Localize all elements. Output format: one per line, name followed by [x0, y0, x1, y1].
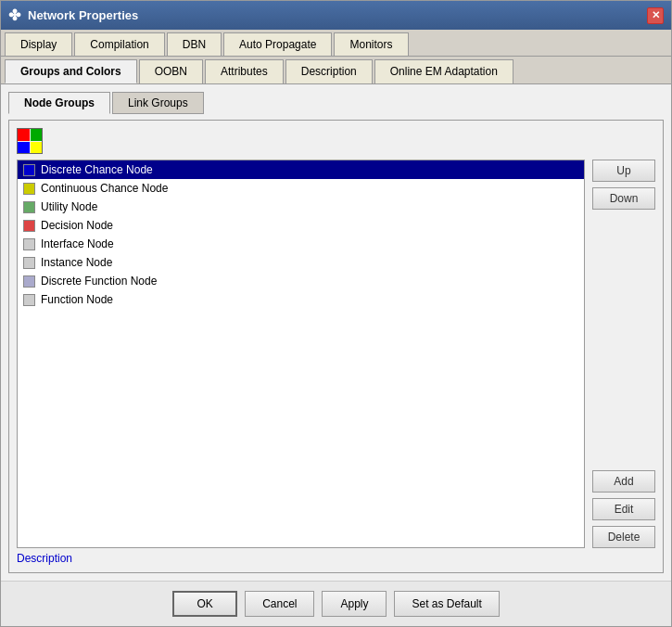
- color-box-utility: [23, 201, 35, 213]
- tab-auto-propagate[interactable]: Auto Propagate: [223, 32, 332, 56]
- network-properties-dialog: ✤ Network Properties ✕ Display Compilati…: [0, 0, 672, 627]
- app-icon: ✤: [8, 6, 20, 24]
- node-label-function: Function Node: [41, 293, 113, 306]
- tab-groups-colors[interactable]: Groups and Colors: [5, 59, 137, 83]
- down-button[interactable]: Down: [592, 187, 655, 210]
- color-box-function: [23, 294, 35, 306]
- delete-button[interactable]: Delete: [592, 526, 655, 548]
- title-bar: ✤ Network Properties ✕: [1, 1, 671, 30]
- node-label-instance: Instance Node: [41, 256, 112, 269]
- color-icon-row: [17, 128, 655, 154]
- color-cell-blue: [18, 142, 30, 154]
- tabs-row-2: Groups and Colors OOBN Attributes Descri…: [1, 57, 671, 84]
- ok-button[interactable]: OK: [172, 591, 237, 617]
- color-grid-icon: [17, 128, 43, 154]
- bottom-buttons: OK Cancel Apply Set as Default: [1, 581, 671, 626]
- node-label-decision: Decision Node: [41, 219, 113, 232]
- tab-display[interactable]: Display: [5, 32, 72, 56]
- panel-content: Discrete Chance Node Continuous Chance N…: [8, 120, 664, 573]
- color-box-discrete-chance: [23, 164, 35, 176]
- list-item[interactable]: Discrete Function Node: [18, 272, 584, 290]
- color-box-discrete-function: [23, 275, 35, 288]
- node-label-utility: Utility Node: [41, 200, 97, 213]
- close-button[interactable]: ✕: [647, 7, 664, 24]
- inner-tab-node-groups[interactable]: Node Groups: [8, 92, 110, 114]
- set-as-default-button[interactable]: Set as Default: [394, 591, 499, 617]
- add-button[interactable]: Add: [592, 470, 655, 493]
- node-label-continuous-chance: Continuous Chance Node: [41, 182, 168, 195]
- inner-tabs: Node Groups Link Groups: [8, 92, 664, 114]
- node-label-discrete-function: Discrete Function Node: [41, 275, 157, 288]
- edit-button[interactable]: Edit: [592, 498, 655, 520]
- up-button[interactable]: Up: [592, 160, 655, 182]
- description-link[interactable]: Description: [17, 552, 655, 565]
- list-item[interactable]: Continuous Chance Node: [18, 179, 584, 198]
- list-item[interactable]: Instance Node: [18, 253, 584, 272]
- color-box-interface: [23, 238, 35, 250]
- color-box-decision: [23, 220, 35, 232]
- color-cell-green: [31, 129, 43, 141]
- node-label-discrete-chance: Discrete Chance Node: [41, 163, 153, 176]
- dialog-title: Network Properties: [28, 8, 138, 22]
- color-box-instance: [23, 257, 35, 269]
- list-item[interactable]: Interface Node: [18, 235, 584, 253]
- color-cell-yellow: [31, 142, 43, 154]
- node-label-interface: Interface Node: [41, 237, 114, 250]
- tab-compilation[interactable]: Compilation: [74, 32, 164, 56]
- node-list[interactable]: Discrete Chance Node Continuous Chance N…: [17, 160, 585, 548]
- color-box-continuous-chance: [23, 183, 35, 195]
- cancel-button[interactable]: Cancel: [245, 591, 314, 617]
- list-item[interactable]: Decision Node: [18, 216, 584, 235]
- list-and-buttons: Discrete Chance Node Continuous Chance N…: [17, 160, 655, 548]
- tab-oobn[interactable]: OOBN: [139, 59, 203, 83]
- tab-description[interactable]: Description: [285, 59, 373, 83]
- apply-button[interactable]: Apply: [322, 591, 387, 617]
- tab-attributes[interactable]: Attributes: [205, 59, 284, 83]
- tab-monitors[interactable]: Monitors: [334, 32, 408, 56]
- inner-tab-link-groups[interactable]: Link Groups: [112, 92, 204, 114]
- list-item[interactable]: Discrete Chance Node: [18, 160, 584, 179]
- tabs-row-1: Display Compilation DBN Auto Propagate M…: [1, 30, 671, 57]
- tab-dbn[interactable]: DBN: [167, 32, 222, 56]
- color-cell-red: [18, 129, 30, 141]
- list-item[interactable]: Function Node: [18, 290, 584, 309]
- tab-online-em[interactable]: Online EM Adaptation: [374, 59, 514, 83]
- side-buttons: Up Down Add Edit Delete: [592, 160, 655, 548]
- list-item[interactable]: Utility Node: [18, 198, 584, 216]
- content-area: Node Groups Link Groups Di: [1, 84, 671, 581]
